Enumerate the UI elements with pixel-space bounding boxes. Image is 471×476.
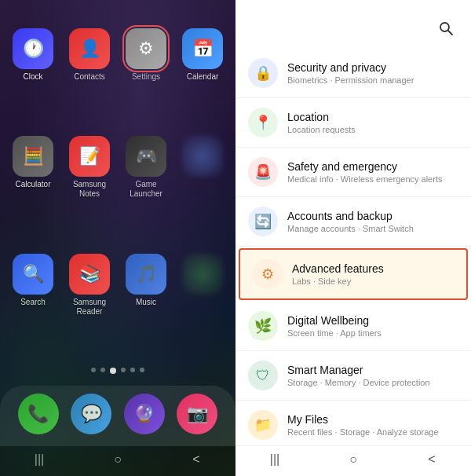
search-icon: [438, 20, 454, 36]
samsung-notes-icon: 📝: [69, 136, 110, 177]
advanced-text: Advanced featuresLabs · Side key: [292, 262, 454, 286]
page-dot-1[interactable]: [100, 368, 105, 372]
smart-text: Smart ManagerStorage · Memory · Device p…: [287, 364, 458, 387]
page-dot-4[interactable]: [130, 368, 135, 372]
app-item-game-launcher[interactable]: 🎮Game Launcher: [121, 131, 171, 242]
settings-nav-bar: |||○<: [236, 445, 471, 476]
app-item-blurred2[interactable]: [177, 249, 228, 360]
smart-name: Smart Manager: [287, 364, 458, 376]
phone-nav-btn-2[interactable]: <: [181, 452, 212, 467]
location-name: Location: [287, 111, 458, 123]
phone-nav-btn-1[interactable]: ○: [102, 452, 133, 467]
settings-icon: ⚙: [126, 28, 166, 69]
app-item-search[interactable]: 🔍Search: [8, 249, 58, 360]
settings-item-accounts[interactable]: 🔄Accounts and backupManage accounts · Sm…: [236, 197, 471, 247]
dock-phone[interactable]: 📞: [18, 394, 59, 434]
dock-camera[interactable]: 📷: [177, 394, 217, 434]
safety-icon: 🚨: [248, 157, 278, 187]
page-dots: [91, 368, 144, 374]
page-dot-3[interactable]: [121, 368, 126, 372]
app-item-samsung-notes[interactable]: 📝Samsung Notes: [64, 131, 115, 242]
music-label: Music: [136, 298, 156, 307]
blurred2-icon: [182, 254, 223, 295]
page-dot-0[interactable]: [91, 368, 96, 372]
settings-panel: 🔒Security and privacyBiometrics · Permis…: [236, 0, 471, 476]
settings-header: [236, 0, 471, 49]
clock-label: Clock: [23, 72, 42, 82]
security-icon: 🔒: [248, 58, 278, 88]
dock-messages[interactable]: 💬: [71, 394, 111, 434]
phone-nav-btn-0[interactable]: |||: [24, 452, 55, 467]
settings-item-safety[interactable]: 🚨Safety and emergencyMedical info · Wire…: [236, 148, 471, 197]
location-icon: 📍: [248, 108, 278, 137]
svg-point-0: [440, 23, 449, 31]
settings-nav-btn-0[interactable]: |||: [259, 452, 290, 467]
settings-item-security[interactable]: 🔒Security and privacyBiometrics · Permis…: [236, 49, 471, 98]
digital-name: Digital Wellbeing: [287, 314, 458, 327]
music-icon: 🎵: [126, 254, 166, 295]
app-item-calendar[interactable]: 📅Calendar: [177, 24, 228, 125]
blurred1-icon: [182, 136, 223, 177]
files-icon: 📁: [248, 410, 278, 440]
accounts-sub: Manage accounts · Smart Switch: [287, 224, 458, 233]
game-launcher-icon: 🎮: [126, 136, 166, 177]
page-dot-5[interactable]: [140, 368, 144, 372]
phone-screen: 🕐Clock👤Contacts⚙Settings📅Calendar🧮Calcul…: [0, 0, 236, 476]
search-label: Search: [20, 298, 46, 307]
app-item-samsung-reader[interactable]: 📚Samsung Reader: [64, 249, 115, 360]
settings-search-button[interactable]: [433, 16, 458, 41]
advanced-icon: ⚙: [253, 259, 283, 289]
accounts-icon: 🔄: [248, 207, 278, 236]
settings-list: 🔒Security and privacyBiometrics · Permis…: [236, 49, 471, 445]
smart-icon: 🛡: [248, 361, 278, 390]
page-dot-2[interactable]: [110, 368, 116, 374]
samsung-reader-icon: 📚: [69, 254, 110, 295]
settings-item-digital[interactable]: 🌿Digital WellbeingScreen time · App time…: [236, 302, 471, 351]
files-name: My Files: [287, 413, 458, 426]
calendar-icon: 📅: [182, 28, 223, 69]
safety-text: Safety and emergencyMedical info · Wirel…: [287, 160, 458, 184]
safety-sub: Medical info · Wireless emergency alerts: [287, 174, 458, 184]
location-sub: Location requests: [287, 125, 458, 134]
samsung-notes-label: Samsung Notes: [68, 180, 111, 199]
accounts-name: Accounts and backup: [287, 210, 458, 222]
digital-sub: Screen time · App timers: [287, 328, 458, 338]
search-icon: 🔍: [13, 254, 53, 295]
security-name: Security and privacy: [287, 61, 458, 74]
digital-text: Digital WellbeingScreen time · App timer…: [287, 314, 458, 338]
settings-item-advanced[interactable]: ⚙Advanced featuresLabs · Side key: [239, 248, 468, 300]
security-text: Security and privacyBiometrics · Permiss…: [287, 61, 458, 85]
security-sub: Biometrics · Permission manager: [287, 75, 458, 85]
smart-sub: Storage · Memory · Device protection: [287, 378, 458, 387]
location-text: LocationLocation requests: [287, 111, 458, 134]
settings-nav-btn-1[interactable]: ○: [338, 452, 369, 467]
phone-nav-bar: |||○<: [0, 446, 236, 476]
advanced-sub: Labs · Side key: [292, 276, 454, 286]
advanced-name: Advanced features: [292, 262, 454, 275]
app-item-contacts[interactable]: 👤Contacts: [64, 24, 115, 125]
settings-item-location[interactable]: 📍LocationLocation requests: [236, 98, 471, 148]
settings-label: Settings: [132, 72, 160, 82]
dock: 📞💬🔮📷: [0, 386, 236, 446]
settings-item-smart[interactable]: 🛡Smart ManagerStorage · Memory · Device …: [236, 351, 471, 401]
digital-icon: 🌿: [248, 311, 278, 341]
clock-icon: 🕐: [13, 28, 53, 69]
app-item-music[interactable]: 🎵Music: [121, 249, 171, 360]
samsung-reader-label: Samsung Reader: [68, 298, 111, 317]
app-item-blurred1[interactable]: [177, 131, 228, 242]
safety-name: Safety and emergency: [287, 160, 458, 173]
app-item-calculator[interactable]: 🧮Calculator: [8, 131, 58, 242]
dock-samsung-pass[interactable]: 🔮: [124, 394, 165, 434]
contacts-icon: 👤: [69, 28, 110, 69]
game-launcher-label: Game Launcher: [124, 180, 168, 199]
calculator-label: Calculator: [15, 180, 50, 189]
settings-nav-btn-2[interactable]: <: [416, 452, 447, 467]
svg-line-1: [448, 31, 452, 35]
app-item-settings[interactable]: ⚙Settings: [121, 24, 171, 125]
files-text: My FilesRecent files · Storage · Analyze…: [287, 413, 458, 437]
app-grid: 🕐Clock👤Contacts⚙Settings📅Calendar🧮Calcul…: [0, 0, 236, 360]
calculator-icon: 🧮: [13, 136, 53, 177]
accounts-text: Accounts and backupManage accounts · Sma…: [287, 210, 458, 233]
app-item-clock[interactable]: 🕐Clock: [8, 24, 58, 125]
settings-item-files[interactable]: 📁My FilesRecent files · Storage · Analyz…: [236, 401, 471, 445]
